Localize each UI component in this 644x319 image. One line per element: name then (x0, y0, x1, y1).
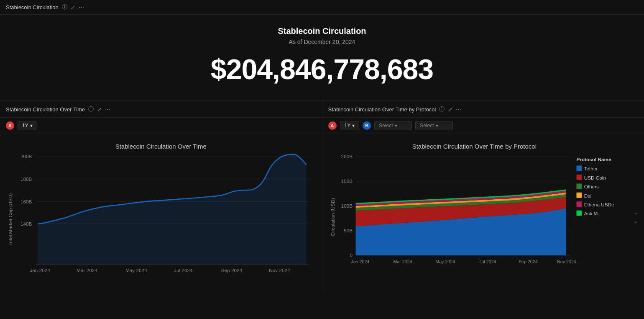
svg-text:160B: 160B (20, 199, 32, 204)
left-time-select[interactable]: 1Y ▾ (18, 121, 37, 130)
svg-text:May 2024: May 2024 (125, 268, 147, 273)
left-info-icon[interactable]: ⓘ (88, 105, 94, 113)
right-expand-icon[interactable]: ⤢ (448, 106, 452, 113)
svg-rect-38 (576, 193, 582, 198)
left-chart-title: Stablecoin Circulation Over Time (6, 106, 85, 113)
svg-text:Nov 2024: Nov 2024 (557, 259, 576, 264)
right-chart-body: Stablecoin Circulation Over Time by Prot… (322, 134, 644, 291)
right-select-a[interactable]: Select ▾ (374, 121, 412, 130)
svg-text:Ack M...: Ack M... (584, 211, 602, 216)
info-icon[interactable]: ⓘ (62, 3, 67, 11)
svg-text:Jul 2024: Jul 2024 (479, 259, 496, 264)
right-y-axis-label: Circulation (USD) (330, 198, 335, 237)
right-info-icon[interactable]: ⓘ (439, 105, 445, 113)
svg-text:200B: 200B (341, 154, 353, 159)
right-time-select[interactable]: 1Y ▾ (340, 121, 360, 130)
svg-rect-42 (576, 211, 582, 216)
right-chart-title: Stablecoin Circulation Over Time by Prot… (328, 106, 436, 113)
svg-rect-40 (576, 201, 582, 207)
svg-rect-36 (576, 183, 582, 189)
top-panel: Stablecoin Circulation ⓘ ⤢ ⋯ Stablecoin … (0, 0, 644, 101)
left-chart-panel: Stablecoin Circulation Over Time ⓘ ⤢ ⋯ A… (0, 101, 322, 291)
svg-text:Nov 2024: Nov 2024 (269, 268, 290, 273)
svg-rect-34 (576, 175, 582, 180)
svg-text:⌄: ⌄ (633, 217, 639, 224)
left-chart-svg: Stablecoin Circulation Over Time Total M… (4, 138, 318, 287)
svg-text:Ethena USDe: Ethena USDe (584, 202, 614, 207)
svg-text:50B: 50B (344, 228, 353, 233)
top-panel-header: Stablecoin Circulation ⓘ ⤢ ⋯ (0, 0, 644, 15)
right-more-icon[interactable]: ⋯ (456, 106, 461, 113)
svg-text:140B: 140B (20, 221, 32, 226)
right-chart-header: Stablecoin Circulation Over Time by Prot… (322, 101, 644, 118)
right-badge-a: A (328, 121, 337, 130)
left-chart-body: Stablecoin Circulation Over Time Total M… (0, 134, 322, 291)
svg-text:0: 0 (350, 252, 353, 258)
big-number: $204,846,778,683 (8, 53, 636, 85)
right-select-b[interactable]: Select ▾ (415, 121, 453, 130)
svg-text:USD Coin: USD Coin (584, 175, 606, 180)
left-svg-title: Stablecoin Circulation Over Time (115, 143, 207, 150)
svg-text:Mar 2024: Mar 2024 (393, 259, 412, 264)
svg-text:May 2024: May 2024 (435, 259, 455, 264)
right-svg-title: Stablecoin Circulation Over Time by Prot… (412, 143, 536, 150)
svg-text:Jul 2024: Jul 2024 (174, 268, 193, 273)
left-expand-icon[interactable]: ⤢ (97, 106, 102, 113)
svg-text:100B: 100B (341, 203, 353, 208)
svg-text:Mar 2024: Mar 2024 (77, 268, 97, 273)
svg-text:200B: 200B (20, 154, 32, 159)
svg-text:Others: Others (584, 184, 598, 189)
svg-text:Sep 2024: Sep 2024 (518, 259, 537, 264)
right-chart-controls: A 1Y ▾ B Select ▾ Select ▾ (322, 118, 644, 134)
more-icon[interactable]: ⋯ (79, 4, 84, 10)
left-more-icon[interactable]: ⋯ (105, 106, 110, 113)
chart-subtitle: As of December 20, 2024 (8, 39, 636, 45)
svg-text:150B: 150B (341, 178, 353, 184)
left-chart-header: Stablecoin Circulation Over Time ⓘ ⤢ ⋯ (0, 101, 322, 118)
svg-text:Tether: Tether (584, 166, 598, 171)
expand-icon[interactable]: ⤢ (71, 4, 75, 10)
svg-text:Protocol Name: Protocol Name (576, 157, 611, 162)
right-chart-panel: Stablecoin Circulation Over Time by Prot… (322, 101, 644, 291)
main-chart-title: Stablecoin Circulation (8, 26, 636, 36)
svg-text:Dai: Dai (584, 193, 591, 198)
svg-text:Jan 2024: Jan 2024 (30, 268, 50, 273)
top-panel-title: Stablecoin Circulation (6, 4, 59, 10)
left-y-axis-label: Total Market Cap (USD) (8, 193, 13, 246)
left-badge-a: A (6, 121, 14, 130)
right-badge-b: B (363, 121, 371, 130)
svg-text:180B: 180B (20, 176, 32, 182)
left-chart-controls: A 1Y ▾ (0, 118, 322, 134)
bottom-row: Stablecoin Circulation Over Time ⓘ ⤢ ⋯ A… (0, 101, 644, 291)
svg-rect-32 (576, 166, 582, 171)
svg-text:Jan 2024: Jan 2024 (351, 259, 369, 264)
right-chart-svg: Stablecoin Circulation Over Time by Prot… (327, 138, 640, 287)
svg-text:Sep 2024: Sep 2024 (221, 268, 243, 273)
top-panel-content: Stablecoin Circulation As of December 20… (0, 15, 644, 100)
